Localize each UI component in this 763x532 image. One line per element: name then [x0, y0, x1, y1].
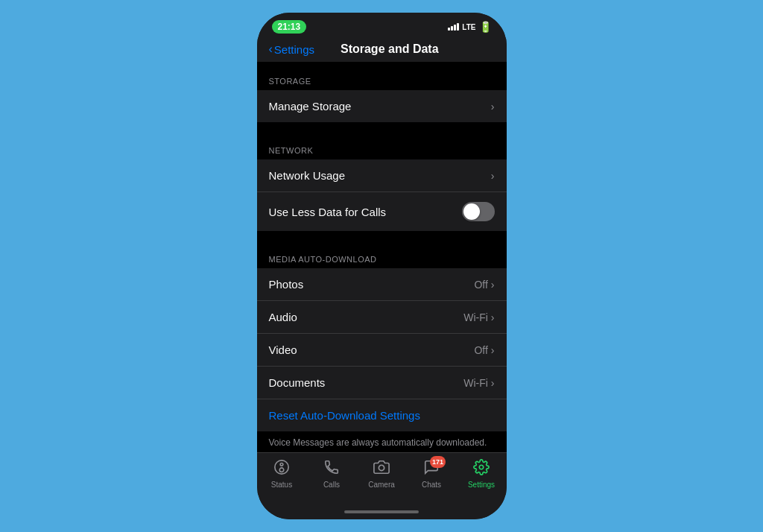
- documents-right: Wi-Fi ›: [463, 377, 494, 389]
- chevron-icon: ›: [491, 101, 495, 113]
- use-less-data-toggle[interactable]: [462, 202, 495, 221]
- spacer: [257, 122, 507, 137]
- calls-tab-icon: [323, 459, 340, 479]
- documents-item[interactable]: Documents Wi-Fi ›: [257, 367, 507, 399]
- status-bar: 21:13 LTE 🔋: [257, 13, 507, 39]
- phone-frame: 21:13 LTE 🔋 ‹ Settings Storage and Data …: [257, 13, 507, 519]
- video-right: Off ›: [474, 344, 494, 356]
- reset-auto-download-button[interactable]: Reset Auto-Download Settings: [257, 399, 507, 431]
- svg-point-2: [279, 468, 284, 472]
- photos-value: Off: [474, 279, 487, 291]
- media-auto-download-group: Photos Off › Audio Wi-Fi › Video Off ›: [257, 268, 507, 431]
- manage-storage-right: ›: [491, 101, 495, 113]
- home-bar: [344, 510, 419, 513]
- tab-settings[interactable]: Settings: [457, 459, 507, 489]
- tab-status[interactable]: Status: [257, 459, 307, 489]
- video-value: Off: [474, 344, 487, 356]
- home-indicator: [257, 504, 507, 519]
- voice-messages-info: Voice Messages are always automatically …: [257, 431, 507, 452]
- status-tab-icon: [273, 459, 290, 479]
- status-time: 21:13: [272, 20, 307, 34]
- media-auto-download-header: MEDIA AUTO-DOWNLOAD: [257, 246, 507, 268]
- audio-right: Wi-Fi ›: [463, 311, 494, 323]
- chats-badge: 171: [430, 456, 446, 468]
- toggle-knob: [463, 203, 480, 220]
- nav-bar: ‹ Settings Storage and Data: [257, 39, 507, 62]
- tab-bar: Status Calls Camera: [257, 452, 507, 504]
- spacer: [257, 231, 507, 246]
- photos-right: Off ›: [474, 279, 494, 291]
- battery-icon: 🔋: [479, 21, 492, 33]
- photos-item[interactable]: Photos Off ›: [257, 268, 507, 301]
- reset-auto-download-label: Reset Auto-Download Settings: [269, 409, 420, 422]
- documents-label: Documents: [269, 376, 326, 389]
- camera-tab-icon: [373, 459, 390, 479]
- svg-point-4: [479, 465, 484, 469]
- back-chevron-icon: ‹: [269, 42, 273, 56]
- audio-item[interactable]: Audio Wi-Fi ›: [257, 301, 507, 334]
- tab-chats[interactable]: 171 Chats: [407, 459, 457, 489]
- use-less-data-label: Use Less Data for Calls: [269, 206, 387, 218]
- audio-value: Wi-Fi: [463, 311, 488, 323]
- network-section-header: NETWORK: [257, 137, 507, 159]
- settings-tab-icon: [473, 459, 490, 479]
- documents-value: Wi-Fi: [463, 377, 488, 389]
- signal-icon: [448, 23, 459, 31]
- photos-label: Photos: [269, 278, 304, 291]
- use-less-data-item[interactable]: Use Less Data for Calls: [257, 192, 507, 231]
- status-icons: LTE 🔋: [448, 21, 491, 33]
- chevron-icon: ›: [491, 311, 495, 323]
- storage-section-header: STORAGE: [257, 68, 507, 90]
- network-usage-item[interactable]: Network Usage ›: [257, 159, 507, 192]
- status-tab-label: Status: [271, 481, 292, 489]
- video-label: Video: [269, 343, 297, 356]
- chats-tab-label: Chats: [422, 481, 441, 489]
- network-section-group: Network Usage › Use Less Data for Calls: [257, 159, 507, 231]
- settings-tab-label: Settings: [468, 481, 495, 489]
- svg-point-1: [280, 463, 283, 466]
- spacer: [257, 62, 507, 68]
- chats-tab-icon: 171: [423, 459, 440, 479]
- video-item[interactable]: Video Off ›: [257, 334, 507, 367]
- chevron-icon: ›: [491, 170, 495, 182]
- lte-badge: LTE: [462, 23, 475, 31]
- storage-section-group: Manage Storage ›: [257, 90, 507, 122]
- network-usage-label: Network Usage: [269, 169, 346, 182]
- camera-tab-label: Camera: [368, 481, 395, 489]
- chevron-icon: ›: [491, 377, 495, 389]
- page-title: Storage and Data: [285, 42, 494, 56]
- manage-storage-label: Manage Storage: [269, 100, 352, 113]
- tab-calls[interactable]: Calls: [307, 459, 357, 489]
- content-area: STORAGE Manage Storage › NETWORK Network…: [257, 62, 507, 452]
- manage-storage-item[interactable]: Manage Storage ›: [257, 90, 507, 122]
- tab-camera[interactable]: Camera: [357, 459, 407, 489]
- chevron-icon: ›: [491, 279, 495, 291]
- svg-point-3: [379, 465, 384, 470]
- chevron-icon: ›: [491, 344, 495, 356]
- network-usage-right: ›: [491, 170, 495, 182]
- audio-label: Audio: [269, 311, 297, 323]
- calls-tab-label: Calls: [323, 481, 340, 489]
